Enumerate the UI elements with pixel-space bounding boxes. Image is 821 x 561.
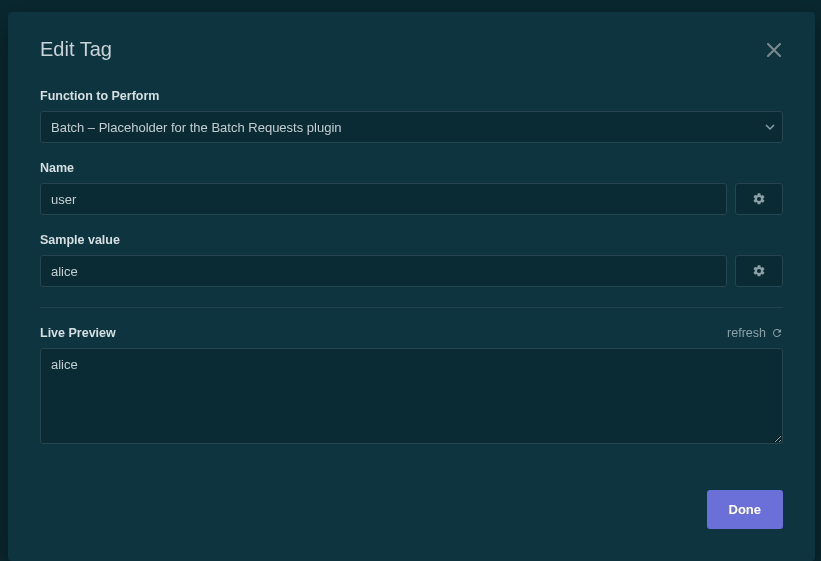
preview-group: Live Preview refresh — [40, 326, 783, 448]
preview-header: Live Preview refresh — [40, 326, 783, 340]
edit-tag-modal: Edit Tag Function to Perform Batch – Pla… — [8, 12, 815, 561]
function-select-wrap: Batch – Placeholder for the Batch Reques… — [40, 111, 783, 143]
name-row — [40, 183, 783, 215]
function-group: Function to Perform Batch – Placeholder … — [40, 89, 783, 143]
refresh-label: refresh — [727, 326, 766, 340]
preview-textarea[interactable] — [40, 348, 783, 444]
refresh-icon — [771, 327, 783, 339]
name-input[interactable] — [40, 183, 727, 215]
sample-row — [40, 255, 783, 287]
sample-input[interactable] — [40, 255, 727, 287]
gear-icon — [752, 192, 766, 206]
modal-footer: Done — [707, 490, 784, 529]
name-group: Name — [40, 161, 783, 215]
sample-label: Sample value — [40, 233, 783, 247]
modal-header: Edit Tag — [40, 38, 783, 61]
preview-label: Live Preview — [40, 326, 116, 340]
done-button[interactable]: Done — [707, 490, 784, 529]
sample-group: Sample value — [40, 233, 783, 287]
function-select[interactable]: Batch – Placeholder for the Batch Reques… — [40, 111, 783, 143]
name-settings-button[interactable] — [735, 183, 783, 215]
close-icon — [767, 43, 781, 57]
divider — [40, 307, 783, 308]
refresh-button[interactable]: refresh — [727, 326, 783, 340]
gear-icon — [752, 264, 766, 278]
modal-title: Edit Tag — [40, 38, 112, 61]
close-button[interactable] — [765, 41, 783, 59]
sample-settings-button[interactable] — [735, 255, 783, 287]
name-label: Name — [40, 161, 783, 175]
function-label: Function to Perform — [40, 89, 783, 103]
